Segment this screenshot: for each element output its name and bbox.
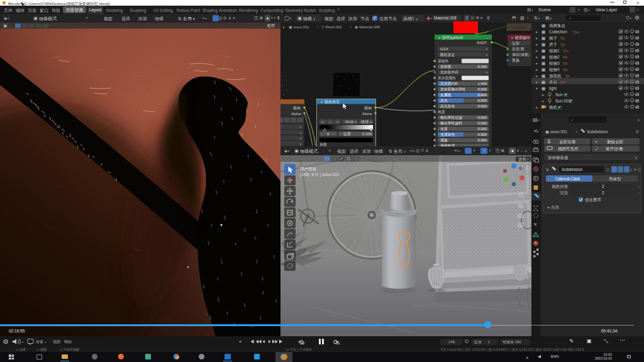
svg-text:+: + bbox=[321, 120, 324, 124]
svg-text:表面:图: 表面:图 bbox=[511, 47, 525, 52]
svg-text:全部应用: 全部应用 bbox=[559, 140, 575, 145]
svg-text:基础色: 基础色 bbox=[438, 59, 449, 63]
svg-text:视图可见性: 视图可见性 bbox=[558, 146, 579, 151]
svg-text:次表面颜色: 次表面颜色 bbox=[438, 75, 456, 80]
svg-text:RGB ∨: RGB ∨ bbox=[345, 120, 357, 124]
svg-text:∨ 颜色渐变: ∨ 颜色渐变 bbox=[320, 99, 340, 104]
svg-text:−: − bbox=[329, 120, 331, 124]
svg-text:0.000: 0.000 bbox=[477, 121, 487, 125]
svg-text:∨ 材质输出: ∨ 材质输出 bbox=[511, 36, 530, 40]
svg-text:∨ 原理化BSDF: ∨ 原理化BSDF bbox=[438, 35, 464, 40]
svg-text:次表面IOR: 次表面IOR bbox=[440, 81, 458, 86]
svg-text:简单型: 简单型 bbox=[609, 177, 621, 181]
svg-text:系数: 系数 bbox=[319, 142, 327, 146]
svg-text:>: > bbox=[575, 129, 578, 134]
svg-text:各向异性过滤: 各向异性过滤 bbox=[440, 115, 462, 120]
svg-text:⤢: ⤢ bbox=[595, 146, 598, 151]
svg-text:▸ 高级: ▸ 高级 bbox=[548, 205, 560, 209]
svg-text:各向异性旋转: 各向异性旋转 bbox=[440, 121, 462, 126]
svg-text:体积(体量): 体积(体量) bbox=[512, 53, 530, 57]
svg-text:0.900: 0.900 bbox=[477, 93, 487, 97]
svg-text:Alpha: Alpha bbox=[291, 112, 301, 116]
svg-text:视图: 视图 bbox=[53, 339, 60, 344]
svg-text:颜色: 颜色 bbox=[364, 106, 372, 110]
svg-text:删除全部: 删除全部 bbox=[607, 140, 623, 145]
svg-text:帮助: 帮助 bbox=[64, 339, 72, 344]
svg-text:∨: ∨ bbox=[630, 168, 633, 172]
svg-text:次表面各向异性: 次表面各向异性 bbox=[440, 87, 466, 92]
svg-text:展开/折叠: 展开/折叠 bbox=[606, 146, 623, 151]
svg-text:通用: 通用 bbox=[267, 23, 275, 28]
svg-text:∨: ∨ bbox=[486, 70, 488, 74]
svg-text:0.000: 0.000 bbox=[477, 116, 487, 119]
svg-text:⌕: ⌕ bbox=[570, 118, 574, 122]
svg-text:∨: ∨ bbox=[336, 120, 339, 124]
svg-text:选项 ∨: 选项 ∨ bbox=[518, 157, 529, 162]
svg-text:GGX: GGX bbox=[440, 47, 448, 51]
svg-text:0.000: 0.000 bbox=[477, 87, 487, 91]
svg-text:BSDF: BSDF bbox=[477, 41, 487, 45]
svg-text:∨: ∨ bbox=[299, 142, 302, 146]
svg-text:0.106: 0.106 bbox=[362, 132, 372, 136]
svg-text:高光染色: 高光染色 bbox=[440, 104, 455, 109]
svg-text:∨: ∨ bbox=[635, 155, 638, 160]
svg-text:∨: ∨ bbox=[637, 118, 640, 122]
svg-text:视图层级: 视图层级 bbox=[552, 184, 569, 189]
svg-text:光泽染色: 光泽染色 bbox=[440, 132, 455, 137]
svg-text:0.500: 0.500 bbox=[477, 99, 487, 102]
svg-text:清漆: 清漆 bbox=[440, 138, 448, 143]
svg-text:置换: 置换 bbox=[512, 58, 519, 63]
svg-text:Catmull-Clark: Catmull-Clark bbox=[555, 177, 580, 181]
svg-text:2: 2 bbox=[602, 190, 604, 195]
svg-text:2: 2 bbox=[602, 184, 604, 189]
svg-text:⣿: ⣿ bbox=[638, 167, 641, 172]
svg-text:(148) 卡片 | oooo.001: (148) 卡片 | oooo.001 bbox=[300, 172, 340, 177]
svg-text:∨: ∨ bbox=[486, 53, 488, 57]
svg-text:Subdivision: Subdivision bbox=[562, 167, 583, 172]
svg-text:•: • bbox=[638, 191, 640, 195]
svg-text:渲染: 渲染 bbox=[560, 190, 569, 195]
svg-text:Alpha: Alpha bbox=[362, 112, 372, 116]
svg-text:光泽: 光泽 bbox=[440, 126, 448, 131]
svg-text:添加修改器: 添加修改器 bbox=[548, 155, 569, 160]
svg-text:▽: ▽ bbox=[606, 167, 609, 172]
svg-text:∨: ∨ bbox=[299, 136, 302, 140]
svg-text:金属度: 金属度 bbox=[440, 93, 452, 97]
svg-text:∨: ∨ bbox=[299, 131, 302, 134]
svg-text:•: • bbox=[638, 185, 640, 189]
svg-text:弹幕: 弹幕 bbox=[36, 340, 43, 344]
svg-text:∨: ∨ bbox=[299, 125, 302, 129]
svg-text:▽ Mesh.001: ▽ Mesh.001 bbox=[321, 25, 342, 29]
svg-text:⚲: ⚲ bbox=[636, 129, 639, 134]
svg-text:次表面: 次表面 bbox=[440, 64, 452, 69]
svg-text:全部: 全部 bbox=[511, 41, 519, 46]
svg-text:▸: ▸ bbox=[283, 25, 285, 29]
svg-text:位置: 位置 bbox=[343, 132, 351, 136]
svg-text:随机游走: 随机游走 bbox=[440, 52, 455, 57]
svg-text:>: > bbox=[350, 25, 352, 29]
svg-text:▤∨: ▤∨ bbox=[533, 117, 540, 123]
svg-text:次表面半径: 次表面半径 bbox=[440, 70, 458, 75]
svg-text:∨: ∨ bbox=[21, 340, 24, 344]
svg-text:◉ Material.008: ◉ Material.008 bbox=[355, 25, 380, 29]
svg-text:∨: ∨ bbox=[546, 167, 549, 172]
svg-text:∨: ∨ bbox=[486, 47, 488, 51]
svg-text:×: × bbox=[634, 167, 636, 172]
svg-text:Subdivision: Subdivision bbox=[587, 129, 608, 134]
svg-text:线性 ∨: 线性 ∨ bbox=[361, 120, 372, 124]
svg-text:▣ oooo.001: ▣ oooo.001 bbox=[545, 129, 567, 134]
svg-text:>: > bbox=[316, 25, 319, 29]
svg-text:用户透视: 用户透视 bbox=[300, 167, 317, 172]
svg-text:0.000: 0.000 bbox=[477, 104, 487, 108]
svg-text:高光: 高光 bbox=[440, 99, 448, 103]
svg-text:颜色: 颜色 bbox=[293, 106, 301, 110]
svg-text:0.500: 0.500 bbox=[477, 133, 487, 136]
svg-text:糙度: 糙度 bbox=[438, 110, 445, 114]
svg-text:优化显示: 优化显示 bbox=[585, 197, 602, 202]
svg-text:×: × bbox=[595, 140, 597, 144]
svg-text:▣ oooo.001: ▣ oooo.001 bbox=[289, 25, 309, 29]
svg-text:0.000: 0.000 bbox=[477, 138, 487, 142]
svg-text:0.200: 0.200 bbox=[477, 65, 487, 69]
svg-text:∨: ∨ bbox=[45, 341, 47, 344]
svg-text:0.000: 0.000 bbox=[477, 127, 487, 131]
